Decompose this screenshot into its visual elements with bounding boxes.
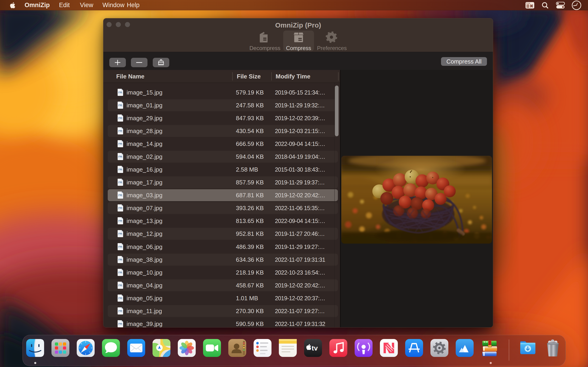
svg-text:⌘: ⌘ xyxy=(530,4,533,8)
svg-text:tv: tv xyxy=(312,344,318,352)
